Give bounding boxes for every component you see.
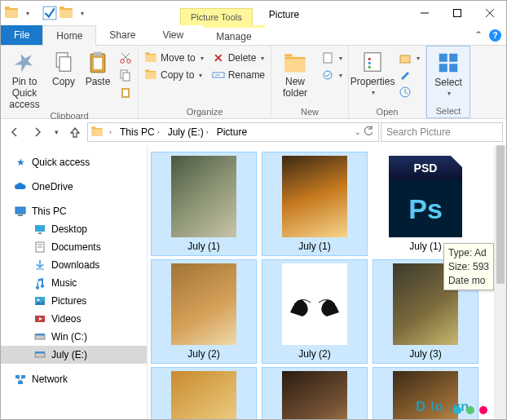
delete-button[interactable]: ✕ Delete ▾: [209, 51, 267, 65]
file-item[interactable]: July (1): [262, 152, 368, 256]
tree-network[interactable]: Network: [1, 370, 147, 388]
tab-share[interactable]: Share: [96, 25, 149, 45]
svg-rect-6: [60, 57, 71, 72]
open-button[interactable]: ▾: [396, 51, 422, 65]
tree-label: Videos: [51, 313, 81, 325]
move-to-label: Move to: [161, 52, 196, 64]
new-folder-button[interactable]: New folder: [275, 48, 315, 99]
file-item[interactable]: July (5): [262, 367, 368, 419]
svg-rect-45: [35, 353, 45, 357]
pin-to-quick-access-button[interactable]: Pin to Quick access: [4, 48, 45, 110]
tree-videos[interactable]: Videos: [1, 310, 147, 328]
address-bar[interactable]: › This PC› July (E:)› Picture ⌄: [87, 122, 379, 142]
maximize-button[interactable]: [441, 1, 474, 25]
breadcrumb-picture[interactable]: Picture: [214, 125, 250, 139]
ribbon-tabs: File Home Share View Manage ⌃ ?: [1, 25, 506, 46]
qa-dropdown-icon[interactable]: ▾: [20, 6, 35, 20]
checkbox-icon[interactable]: [42, 6, 57, 20]
file-item[interactable]: July (4): [151, 367, 257, 419]
search-input[interactable]: Search Picture: [381, 122, 503, 142]
copy-path-button[interactable]: [117, 68, 134, 82]
vertical-scrollbar[interactable]: [494, 145, 506, 419]
file-item[interactable]: July (2): [151, 259, 257, 364]
new-item-button[interactable]: ▾: [319, 51, 345, 65]
svg-rect-34: [35, 225, 45, 232]
breadcrumb-sep[interactable]: ›: [106, 126, 115, 138]
tree-label: Documents: [51, 241, 101, 253]
svg-rect-30: [439, 64, 447, 72]
easy-access-button[interactable]: ▾: [319, 68, 345, 82]
select-button[interactable]: Select ▾: [430, 49, 466, 97]
address-dropdown-icon[interactable]: ⌄: [355, 128, 361, 136]
tree-desktop[interactable]: Desktop: [1, 220, 147, 238]
context-tab-picture-tools[interactable]: Picture Tools: [180, 8, 253, 25]
svg-rect-29: [449, 54, 457, 62]
cut-button[interactable]: [117, 51, 134, 65]
breadcrumb-this-pc[interactable]: This PC›: [117, 125, 163, 139]
tooltip: Type: Ad Size: 593 Date mo: [443, 243, 494, 290]
tab-view[interactable]: View: [149, 25, 197, 45]
tree-onedrive[interactable]: OneDrive: [1, 178, 147, 196]
file-item[interactable]: July (2): [262, 259, 368, 364]
scrollbar-thumb[interactable]: [496, 145, 505, 284]
tree-win-c[interactable]: Win (C:): [1, 328, 147, 346]
tree-label: This PC: [32, 206, 67, 217]
videos-icon: [33, 312, 46, 325]
qa-dropdown-icon[interactable]: ▾: [75, 6, 90, 20]
paste-shortcut-button[interactable]: [117, 85, 134, 99]
back-button[interactable]: [4, 122, 25, 143]
tree-this-pc[interactable]: This PC: [1, 202, 147, 220]
tooltip-line: Type: Ad: [448, 246, 489, 260]
forward-button[interactable]: [27, 122, 48, 143]
tree-music[interactable]: Music: [1, 274, 147, 292]
tree-july-e[interactable]: July (E:): [1, 346, 147, 364]
svg-rect-35: [38, 232, 42, 234]
group-label-new: New: [275, 106, 345, 117]
file-name: July (1): [298, 241, 330, 252]
downloads-icon: [33, 259, 46, 272]
tree-downloads[interactable]: Downloads: [1, 256, 147, 274]
new-folder-label: New folder: [275, 76, 315, 99]
svg-line-13: [121, 53, 128, 60]
paste-button[interactable]: Paste: [82, 48, 113, 87]
minimize-button[interactable]: [408, 1, 441, 25]
tree-quick-access[interactable]: ★ Quick access: [1, 153, 147, 171]
history-button[interactable]: [396, 85, 422, 99]
image-thumbnail: [171, 156, 236, 237]
chevron-down-icon: ▾: [447, 90, 451, 97]
svg-line-12: [123, 53, 130, 60]
navigation-tree[interactable]: ★ Quick access OneDrive This PC Desktop …: [1, 145, 148, 419]
content-pane[interactable]: July (1)July (1)PSDPsJuly (1)July (2)Jul…: [148, 145, 494, 419]
recent-locations-button[interactable]: ▾: [50, 122, 63, 143]
refresh-icon[interactable]: [363, 126, 374, 139]
svg-rect-46: [35, 351, 45, 353]
tab-file[interactable]: File: [1, 25, 42, 45]
breadcrumb-july-e[interactable]: July (E:)›: [165, 125, 212, 139]
file-name: July (3): [409, 348, 441, 360]
svg-rect-32: [15, 207, 25, 214]
tab-manage[interactable]: Manage: [203, 25, 265, 45]
move-to-button[interactable]: Move to ▾: [142, 51, 206, 65]
copy-to-button[interactable]: Copy to ▾: [142, 68, 206, 82]
tree-pictures[interactable]: Pictures: [1, 292, 147, 310]
title-bar: ▾ ▾ Picture Tools Picture: [1, 1, 506, 25]
svg-rect-2: [454, 10, 461, 17]
copy-button[interactable]: Copy: [48, 48, 79, 87]
file-item[interactable]: PSDPsJuly (1): [373, 152, 478, 256]
rename-button[interactable]: Rename: [209, 68, 267, 82]
tree-documents[interactable]: Documents: [1, 238, 147, 256]
close-button[interactable]: [474, 1, 506, 25]
title-context-area: Picture Tools Picture: [99, 1, 408, 25]
edit-button[interactable]: [396, 68, 422, 82]
collapse-ribbon-icon[interactable]: ⌃: [474, 29, 483, 41]
tree-label: Music: [51, 277, 77, 289]
properties-button[interactable]: Properties ▾: [352, 48, 393, 96]
folder-icon[interactable]: [59, 6, 73, 20]
cloud-icon: [14, 180, 27, 193]
up-button[interactable]: [64, 122, 86, 143]
help-icon[interactable]: ?: [489, 29, 501, 42]
file-item[interactable]: July (1): [151, 152, 257, 256]
svg-rect-33: [18, 214, 23, 216]
tab-home[interactable]: Home: [42, 25, 96, 46]
tooltip-line: Date mo: [448, 274, 489, 288]
